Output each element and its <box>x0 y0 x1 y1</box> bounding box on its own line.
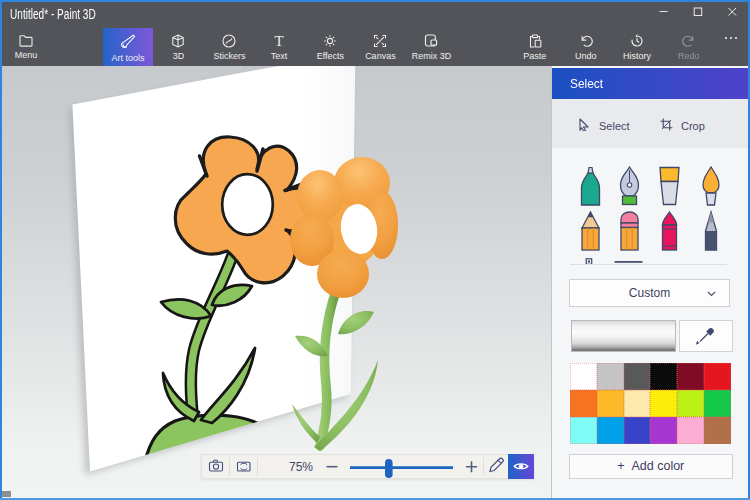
svg-text:T: T <box>274 34 283 48</box>
svg-text:75%: 75% <box>289 460 313 474</box>
